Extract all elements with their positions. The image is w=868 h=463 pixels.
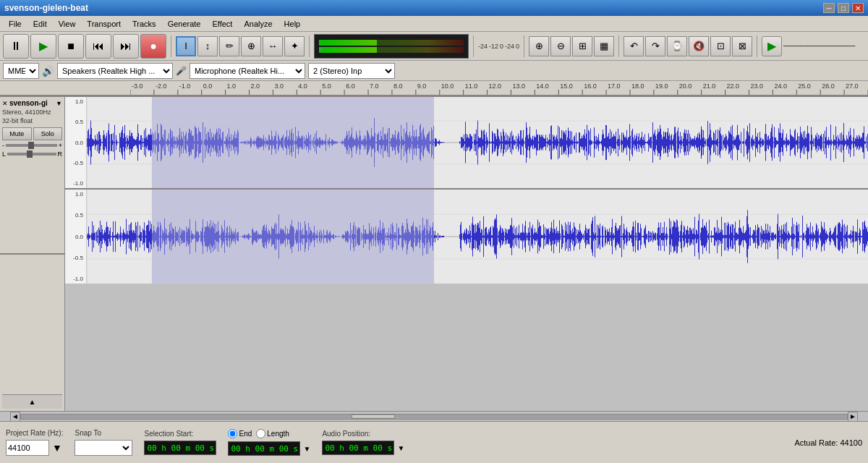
input-channels-select[interactable]: 2 (Stereo) Inp (308, 63, 395, 79)
zoom-norm[interactable]: ⊡ (710, 36, 731, 56)
select-tool[interactable]: I (176, 36, 196, 56)
y-label-bn0.5: -0.5 (67, 255, 85, 261)
status-bar: Project Rate (Hz): ▼ Snap To Selection S… (0, 421, 868, 463)
gain-row: - + (2, 142, 62, 149)
sep5 (618, 35, 619, 57)
end-radio-label[interactable]: End (228, 429, 252, 438)
length-radio[interactable] (256, 429, 265, 438)
snap-select[interactable] (75, 440, 132, 456)
redo[interactable]: ↷ (645, 36, 665, 56)
end-radio[interactable] (228, 429, 237, 438)
menu-effect[interactable]: Effect (207, 16, 239, 31)
zoom-tool[interactable]: ⊕ (241, 36, 261, 56)
project-rate-input[interactable] (6, 440, 49, 456)
y-label-n0.5: -0.5 (67, 160, 85, 166)
title-bar: svenson-gielen-beat ─ □ ✕ (0, 0, 868, 16)
y-label-n1.0: -1.0 (67, 180, 85, 187)
y-axis-bottom: 1.0 0.5 0.0 -0.5 -1.0 (65, 190, 87, 284)
device-row: MME 🔊 Speakers (Realtek High ... 🎤 Micro… (0, 61, 868, 81)
track-right-panel: 1.0 0.5 0.0 -0.5 -1.0 1.0 0.5 0.0 -0 (65, 95, 868, 411)
fit-proj[interactable]: ⊞ (572, 36, 592, 56)
selection-start-input[interactable] (144, 441, 216, 455)
menu-tracks[interactable]: Tracks (127, 16, 162, 31)
output-device-select[interactable]: Speakers (Realtek High ... (57, 63, 173, 79)
zoom-fit[interactable]: ⊠ (732, 36, 752, 56)
project-rate-label: Project Rate (Hz): (6, 429, 63, 437)
zoom-in[interactable]: ⊕ (529, 36, 549, 56)
pan-slider[interactable] (7, 153, 56, 156)
track-header-top: ✕ svenson-gi ▼ Stereo, 44100Hz 32-bit fl… (0, 97, 64, 255)
output-volume-icon[interactable]: 🔊 (42, 65, 54, 77)
pan-left-label: L (2, 150, 6, 158)
project-rate-section: Project Rate (Hz): ▼ (6, 429, 63, 456)
y-label-b0.5: 0.5 (67, 212, 85, 218)
play-button[interactable]: ▶ (30, 34, 56, 59)
input-device-select[interactable]: Microphone (Realtek Hi... (190, 63, 305, 79)
track-name: svenson-gi (9, 99, 54, 107)
menu-transport[interactable]: Transport (81, 16, 127, 31)
track-bitdepth: 32-bit float (2, 117, 62, 124)
play-btn2[interactable]: ▶ (762, 36, 782, 56)
undo[interactable]: ↶ (624, 36, 644, 56)
pause-button[interactable]: ⏸ (3, 34, 29, 59)
end-length-section: End Length ▼ (228, 429, 310, 456)
timeshift-tool[interactable]: ↔ (263, 36, 283, 56)
minimize-button[interactable]: ─ (823, 3, 835, 13)
actual-rate-text: Actual Rate: 44100 (794, 438, 862, 447)
waveform-bottom[interactable]: 1.0 0.5 0.0 -0.5 -1.0 (65, 190, 868, 284)
maximize-button[interactable]: □ (838, 3, 849, 13)
menu-view[interactable]: View (53, 16, 82, 31)
silence[interactable]: 🔇 (689, 36, 709, 56)
y-label-1.0: 1.0 (67, 98, 85, 105)
menu-edit[interactable]: Edit (27, 16, 53, 31)
multi-tool[interactable]: ✦ (284, 36, 305, 56)
snap-section: Snap To (75, 429, 132, 456)
audio-system-select[interactable]: MME (3, 63, 39, 79)
track-dropdown-icon[interactable]: ▼ (56, 100, 62, 107)
length-radio-label[interactable]: Length (256, 429, 289, 438)
zoom-sel[interactable]: ▦ (594, 36, 614, 56)
scrollbar-track[interactable] (20, 414, 848, 420)
playback-speed: ────────────── (783, 42, 855, 50)
scrollbar-thumb[interactable] (352, 415, 395, 419)
scroll-left-btn[interactable]: ◄ (10, 412, 20, 422)
track-workspace: ✕ svenson-gi ▼ Stereo, 44100Hz 32-bit fl… (0, 95, 868, 411)
skip-back-button[interactable]: ⏮ (85, 34, 111, 59)
end-length-input[interactable] (228, 441, 300, 456)
zoom-out[interactable]: ⊖ (550, 36, 571, 56)
draw-tool[interactable]: ✏ (219, 36, 239, 56)
input-volume-icon[interactable]: 🎤 (176, 66, 187, 76)
track-header-bottom: ▲ (0, 255, 64, 411)
mute-button[interactable]: Mute (2, 127, 32, 140)
menu-generate[interactable]: Generate (162, 16, 207, 31)
skip-fwd-button[interactable]: ⏭ (113, 34, 139, 59)
audio-position-label: Audio Position: (322, 430, 404, 438)
menu-analyze[interactable]: Analyze (238, 16, 278, 31)
solo-button[interactable]: Solo (33, 127, 63, 140)
record-button[interactable]: ● (140, 34, 166, 59)
end-dropdown[interactable]: ▼ (303, 445, 310, 453)
project-rate-dropdown[interactable]: ▼ (52, 442, 62, 454)
menu-file[interactable]: File (3, 16, 27, 31)
trim[interactable]: ⌚ (667, 36, 687, 56)
close-button[interactable]: ✕ (852, 3, 864, 13)
waveform-canvas-bottom (65, 190, 868, 284)
collapse-button[interactable]: ▲ (2, 394, 62, 409)
stop-button[interactable]: ■ (58, 34, 84, 59)
envelope-tool[interactable]: ↕ (197, 36, 218, 56)
ruler-canvas (130, 81, 868, 95)
track-close-icon[interactable]: ✕ (2, 100, 8, 107)
actual-rate-section: Actual Rate: 44100 (794, 438, 862, 447)
audio-position-input[interactable] (322, 441, 394, 455)
gain-slider[interactable] (6, 144, 57, 147)
scrollbar-horizontal[interactable]: ◄ ► (0, 411, 868, 421)
menu-help[interactable]: Help (278, 16, 307, 31)
scroll-right-btn[interactable]: ► (848, 412, 858, 422)
waveform-top[interactable]: 1.0 0.5 0.0 -0.5 -1.0 (65, 95, 868, 190)
track-buttons: Mute Solo (2, 127, 62, 140)
main-content: ⏸ ▶ ■ ⏮ ⏭ ● I ↕ ✏ ⊕ ↔ ✦ L R -24 (0, 32, 868, 463)
y-axis-top: 1.0 0.5 0.0 -0.5 -1.0 (65, 97, 87, 188)
title-text: svenson-gielen-beat (4, 3, 88, 13)
sep4 (524, 35, 524, 57)
audio-pos-dropdown[interactable]: ▼ (397, 444, 404, 452)
